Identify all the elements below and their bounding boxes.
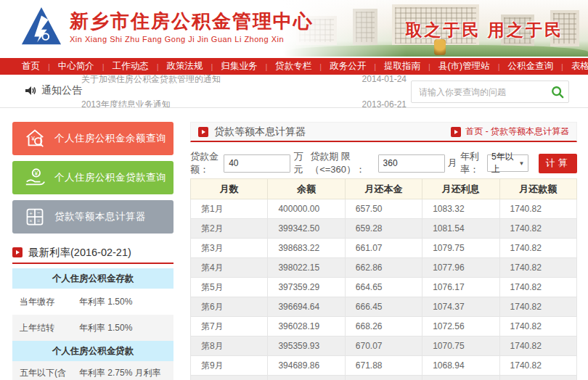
cell-balance: 394689.86 (268, 356, 345, 376)
table-row: 第1月400000.00657.501083.321740.82 (191, 199, 577, 219)
nav-separator: | (102, 62, 105, 71)
main-nav: 首页| 中心简介| 工作动态| 政策法规| 归集业务| 贷款专栏| 政务公开| … (0, 58, 588, 75)
cell-principal: 668.26 (345, 317, 422, 336)
nav-item-loans[interactable]: 贷款专栏 (275, 60, 311, 73)
cell-month: 第2月 (191, 219, 268, 239)
rate-value: 年利率 2.75% 月利率 2.2917‰ (76, 361, 173, 380)
notice-list: 关于加强住房公积金贷款管理的通知 2014-01-24 2013年度结息业务通知… (81, 75, 407, 107)
cell-principal: 662.86 (345, 258, 422, 278)
nav-item-withdrawal-guide[interactable]: 提取指南 (384, 60, 420, 73)
rate-value: 年利率 1.50% (76, 316, 173, 339)
search-box (411, 80, 569, 103)
cell-principal: 666.45 (345, 297, 422, 317)
nav-item-news[interactable]: 工作动态 (113, 60, 149, 73)
cell-payment: 1740.82 (499, 199, 576, 219)
nav-item-gov-affairs[interactable]: 政务公开 (330, 60, 366, 73)
table-row: 第7月396028.19668.261072.561740.82 (191, 317, 577, 336)
notice-item[interactable]: 关于加强住房公积金贷款管理的通知 2014-01-24 (81, 75, 407, 87)
nav-item-fund-query[interactable]: 公积金查询 (508, 60, 554, 73)
nav-separator: | (428, 62, 430, 71)
rate-label: 五年以下(含五年) (12, 361, 76, 380)
nav-item-policy[interactable]: 政策法规 (167, 60, 203, 73)
breadcrumb: 首页 - 贷款等额本息计算器 (451, 125, 569, 138)
site-title: 新乡市住房公积金管理中心 (70, 10, 314, 33)
sidebar-button-calculator[interactable]: + − × = 贷款等额本息计算器 (12, 200, 173, 234)
cell-interest: 1074.37 (422, 297, 499, 317)
rate-select-value: 5年以上 (491, 151, 519, 175)
svg-text:−: − (37, 210, 41, 216)
notice-item-title[interactable]: 2013年度结息业务通知 (81, 99, 171, 108)
loan-amount-input[interactable] (224, 154, 290, 173)
svg-text:+: + (29, 210, 33, 217)
nav-item-form-download[interactable]: 表格下载 (571, 60, 588, 73)
rates-loan-header: 个人住房公积金贷款 (12, 341, 173, 361)
table-row: 第2月399342.50659.281081.541740.82 (191, 219, 577, 239)
cell-payment: 1740.82 (499, 239, 576, 258)
cell-interest (422, 376, 499, 380)
calculate-button[interactable]: 计算 (539, 154, 577, 173)
amortization-table: 月数 余额 月还本金 月还利息 月还款额 第1月400000.00657.501… (190, 178, 577, 380)
table-row: 第5月397359.29664.651076.171740.82 (191, 278, 577, 297)
sidebar-button-label: 个人住房公积金余额查询 (54, 132, 166, 145)
site-header: 新乡市住房公积金管理中心 Xin Xiang Shi Zhu Fang Gong… (0, 0, 588, 58)
cell-interest: 1077.96 (422, 258, 499, 278)
rates-deposit-header: 个人住房公积金存款 (12, 268, 173, 289)
loan-term-input[interactable] (378, 154, 445, 173)
cell-month: 第9月 (191, 356, 268, 376)
nav-item-home[interactable]: 首页 (22, 60, 40, 73)
cell-payment: 1740.82 (499, 219, 576, 239)
nav-item-county-stations[interactable]: 县(市)管理站 (438, 60, 490, 73)
table-row: 第6月396694.64666.451074.371740.82 (191, 297, 577, 317)
col-header-interest: 月还利息 (422, 179, 499, 199)
notice-label: 通知公告 (25, 84, 82, 97)
nav-item-about[interactable]: 中心简介 (58, 60, 94, 73)
cell-month: 第1月 (191, 199, 268, 219)
nav-item-collection[interactable]: 归集业务 (221, 60, 257, 73)
rate-select[interactable]: 5年以上 ▼ (487, 154, 528, 172)
cell-principal: 671.88 (345, 356, 422, 376)
cell-balance: 398683.22 (268, 239, 345, 258)
notice-label-text: 通知公告 (41, 84, 82, 97)
search-button[interactable] (547, 81, 568, 102)
site-logo[interactable]: 新乡市住房公积金管理中心 Xin Xiang Shi Zhu Fang Gong… (20, 6, 314, 48)
notice-item[interactable]: 2013年度结息业务通知 2013-06-21 (81, 96, 407, 107)
breadcrumb-text[interactable]: 首页 - 贷款等额本息计算器 (465, 125, 569, 138)
cell-month: 第4月 (191, 258, 268, 278)
rate-label: 上年结转 (12, 316, 76, 339)
cell-balance (268, 376, 345, 380)
cell-principal: 670.07 (345, 336, 422, 356)
cell-principal: 659.28 (345, 219, 422, 239)
play-icon (12, 247, 23, 257)
rate-row: 五年以下(含五年) 年利率 2.75% 月利率 2.2917‰ (12, 361, 173, 380)
svg-text:¥: ¥ (34, 170, 38, 177)
notice-item-date: 2014-01-24 (362, 75, 407, 84)
table-row: 第8月395359.93670.071070.751740.82 (191, 336, 577, 356)
nav-separator: | (498, 62, 500, 71)
loan-calculator-form: 贷款金额： 万元 贷款期 限（<=360）： 月 年利率： 5年以上 ▼ 计算 (190, 152, 577, 174)
nav-separator: | (319, 62, 322, 71)
hand-money-icon: ¥ (23, 167, 47, 189)
sidebar-button-label: 个人住房公积金贷款查询 (54, 171, 166, 184)
search-input[interactable] (412, 87, 547, 97)
rate-value: 年利率 1.50% (76, 290, 173, 313)
cell-balance: 396694.64 (268, 297, 345, 317)
term-label: 贷款期 限（<=360）： (310, 150, 377, 176)
cell-month: 第3月 (191, 239, 268, 258)
col-header-month: 月数 (191, 179, 268, 199)
sidebar-button-loan-query[interactable]: ¥ 个人住房公积金贷款查询 (12, 161, 173, 194)
cell-payment (499, 376, 576, 380)
notice-item-title[interactable]: 关于加强住房公积金贷款管理的通知 (81, 75, 221, 86)
rate-label: 当年缴存 (12, 290, 76, 313)
cell-balance: 396028.19 (268, 317, 345, 336)
table-row: 第10月 (191, 376, 577, 380)
cell-interest: 1076.17 (422, 278, 499, 297)
col-header-payment: 月还款额 (499, 179, 576, 199)
latest-rates-header: 最新利率(2016-02-21) (12, 242, 173, 264)
gold-emblem (434, 39, 446, 55)
site-title-block: 新乡市住房公积金管理中心 Xin Xiang Shi Zhu Fang Gong… (70, 10, 314, 43)
main-titlebar: 贷款等额本息计算器 首页 - 贷款等额本息计算器 (190, 122, 577, 142)
cell-interest: 1070.75 (422, 336, 499, 356)
svg-text:=: = (37, 218, 40, 223)
table-row: 第3月398683.22661.071079.751740.82 (191, 239, 577, 258)
sidebar-button-balance-query[interactable]: ¥ 个人住房公积金余额查询 (12, 122, 173, 155)
